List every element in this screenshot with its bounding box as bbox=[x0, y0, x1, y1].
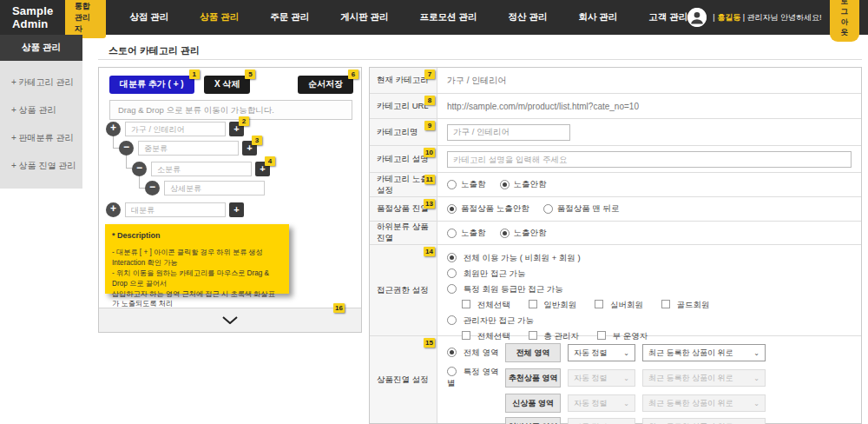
label-text: 상품진열 설정 bbox=[377, 374, 429, 386]
collapse-minus-icon[interactable]: − bbox=[132, 162, 147, 176]
radio-sub-show-label[interactable]: 노출함 bbox=[461, 228, 486, 239]
area-button-new[interactable]: 신상품 영역 bbox=[505, 394, 561, 413]
spec-badge-5: 5 bbox=[245, 70, 255, 79]
radio-display-all[interactable] bbox=[447, 348, 457, 357]
nav-board[interactable]: 게시판 관리 bbox=[340, 11, 388, 23]
sort-select-all[interactable]: 자동 정렬 ⌄ bbox=[568, 344, 635, 361]
tree-node-input-detail[interactable] bbox=[164, 181, 265, 195]
nav-order[interactable]: 주문 관리 bbox=[270, 11, 309, 23]
collapse-minus-icon[interactable]: − bbox=[145, 181, 160, 195]
display-row-recommend: 특정 영역별 추천상품 영역 자동 정렬 ⌄ 최근 등록한 상품이 위로 ⌄ bbox=[447, 367, 852, 389]
nav-settlement[interactable]: 정산 관리 bbox=[509, 11, 548, 23]
order-select-new: 최근 등록한 상품이 위로 ⌄ bbox=[642, 394, 766, 412]
order-select-value: 최근 등록한 상품이 위로 bbox=[648, 421, 733, 424]
sidebar-item-display[interactable]: + 상품 진열 관리 bbox=[0, 152, 82, 180]
sidebar-menu: + 카테고리 관리 + 상품 관리 + 판매분류 관리 + 상품 진열 관리 bbox=[0, 61, 82, 189]
nav-company[interactable]: 회사 관리 bbox=[578, 11, 617, 23]
radio-access-grade[interactable] bbox=[447, 284, 457, 294]
category-detail-form: 현재 카테고리 7 가구 / 인테리어 카테고리 URL 8 http://sa… bbox=[369, 67, 862, 424]
checkbox-grade-silver[interactable] bbox=[595, 300, 603, 308]
tree-row-detail-category: − bbox=[99, 181, 361, 195]
tree-node-input-new-top[interactable] bbox=[125, 202, 226, 217]
category-desc-cell bbox=[437, 146, 861, 172]
greeting-prefix: | bbox=[713, 13, 714, 22]
label-text: 카테고리 설명 bbox=[377, 154, 429, 165]
checkbox-grade-gold-label[interactable]: 골드회원 bbox=[676, 300, 709, 309]
checkbox-grade-all-label[interactable]: 전체선택 bbox=[477, 300, 510, 309]
radio-sub-hide-label[interactable]: 노출안함 bbox=[514, 228, 547, 239]
radio-access-member[interactable] bbox=[447, 268, 457, 278]
expand-plus-icon[interactable]: + bbox=[106, 122, 121, 136]
tree-node-input-mid[interactable] bbox=[138, 141, 239, 156]
radio-access-all-label[interactable]: 전체 이용 가능 ( 비회원 + 회원 ) bbox=[464, 253, 581, 262]
radio-access-member-label[interactable]: 회원만 접근 가능 bbox=[464, 268, 526, 278]
checkbox-grade-gold[interactable] bbox=[661, 300, 670, 308]
row-label: 품절상품 진열 13 bbox=[370, 197, 437, 221]
row-current-category: 현재 카테고리 7 가구 / 인테리어 bbox=[370, 68, 861, 93]
add-child-button[interactable]: + bbox=[229, 202, 244, 217]
spec-badge-1: 1 bbox=[189, 70, 200, 79]
role-badge: 통합 관리자 bbox=[65, 0, 107, 38]
radio-access-all[interactable] bbox=[447, 253, 457, 262]
checkbox-grade-normal[interactable] bbox=[529, 300, 537, 308]
radio-soldout-hide[interactable] bbox=[447, 204, 457, 214]
area-button-all[interactable]: 전체 영역 bbox=[505, 343, 561, 362]
nav-promotion[interactable]: 프로모션 관리 bbox=[420, 11, 477, 23]
order-select-recommend: 최근 등록한 상품이 위로 ⌄ bbox=[642, 369, 766, 387]
save-order-button[interactable]: 순서저장 bbox=[298, 76, 353, 94]
expand-more-bar[interactable]: 16 bbox=[99, 308, 361, 332]
nav-customer[interactable]: 고객 관리 bbox=[648, 11, 687, 23]
logout-button[interactable]: 로그아웃 bbox=[830, 0, 860, 42]
sidebar: 상품 관리 + 카테고리 관리 + 상품 관리 + 판매분류 관리 + 상품 진… bbox=[0, 35, 82, 424]
spec-badge-10: 10 bbox=[424, 148, 435, 157]
row-label: 카테고리 설명 10 bbox=[370, 146, 437, 172]
category-desc-input[interactable] bbox=[447, 151, 852, 168]
display-row-normal: 일반상품 영역 자동 정렬 ⌄ 최근 등록한 상품이 위로 ⌄ bbox=[447, 417, 852, 424]
delete-category-button[interactable]: X 삭제 bbox=[204, 76, 250, 94]
add-top-category-button[interactable]: 대분류 추가 ( + ) bbox=[109, 76, 194, 94]
radio-soldout-back[interactable] bbox=[543, 204, 553, 214]
checkbox-grade-normal-label[interactable]: 일반회원 bbox=[543, 300, 576, 309]
row-label: 상품진열 설정 15 bbox=[370, 336, 437, 423]
spec-badge-6: 6 bbox=[348, 70, 358, 79]
nav-store[interactable]: 상점 관리 bbox=[129, 11, 168, 23]
category-name-input[interactable] bbox=[447, 124, 570, 141]
row-label: 카테고리 URL 8 bbox=[370, 94, 437, 118]
order-select-all[interactable]: 최근 등록한 상품이 위로 ⌄ bbox=[642, 344, 766, 361]
collapse-minus-icon[interactable]: − bbox=[119, 141, 134, 156]
radio-hide[interactable] bbox=[500, 180, 510, 189]
spec-badge-15: 15 bbox=[424, 338, 435, 348]
radio-soldout-hide-label[interactable]: 품절상품 노출안함 bbox=[461, 203, 529, 215]
radio-access-grade-label[interactable]: 특정 회원 등급만 접근 가능 bbox=[464, 284, 563, 294]
area-button-recommend[interactable]: 추천상품 영역 bbox=[505, 368, 561, 388]
radio-show[interactable] bbox=[447, 180, 457, 189]
tree-node-input-top[interactable] bbox=[125, 122, 226, 136]
label-text: 품절상품 진열 bbox=[377, 203, 429, 215]
spec-badge-8: 8 bbox=[424, 96, 435, 105]
sidebar-item-product[interactable]: + 상품 관리 bbox=[0, 96, 82, 124]
spec-badge-11: 11 bbox=[424, 175, 435, 184]
radio-sub-show[interactable] bbox=[447, 229, 457, 238]
sidebar-item-sales-class[interactable]: + 판매분류 관리 bbox=[0, 124, 82, 152]
radio-access-admin[interactable] bbox=[447, 315, 457, 325]
drag-drop-notice: Drag & Drop 으로 분류 이동이 가능합니다. bbox=[109, 100, 352, 120]
radio-show-label[interactable]: 노출함 bbox=[461, 179, 486, 190]
area-button-normal[interactable]: 일반상품 영역 bbox=[505, 417, 561, 424]
description-line: - 위치 이동을 원하는 카테고리를 마우스로 Drag & Drop 으로 끌… bbox=[112, 268, 282, 289]
radio-access-admin-label[interactable]: 관리자만 접근 가능 bbox=[464, 315, 534, 325]
sidebar-item-category[interactable]: + 카테고리 관리 bbox=[0, 69, 82, 96]
radio-display-specific[interactable] bbox=[447, 367, 457, 376]
radio-display-all-label[interactable]: 전체 영역 bbox=[464, 348, 499, 357]
expand-plus-icon[interactable]: + bbox=[106, 202, 121, 217]
radio-soldout-back-label[interactable]: 품절상품 맨 뒤로 bbox=[557, 203, 620, 215]
access-admin-line: 관리자만 접근 가능 bbox=[447, 315, 852, 326]
checkbox-grade-silver-label[interactable]: 실버회원 bbox=[610, 300, 643, 309]
main-nav: 상점 관리 상품 관리 주문 관리 게시판 관리 프로모션 관리 정산 관리 회… bbox=[129, 11, 687, 23]
chevron-down-icon: ⌄ bbox=[623, 349, 629, 357]
row-label: 카테고리 노출 설정 11 bbox=[370, 173, 437, 196]
nav-product[interactable]: 상품 관리 bbox=[200, 11, 239, 23]
checkbox-grade-all[interactable] bbox=[462, 300, 470, 308]
radio-sub-hide[interactable] bbox=[500, 229, 510, 238]
radio-hide-label[interactable]: 노출안함 bbox=[514, 179, 547, 190]
tree-node-input-small[interactable] bbox=[151, 162, 252, 176]
